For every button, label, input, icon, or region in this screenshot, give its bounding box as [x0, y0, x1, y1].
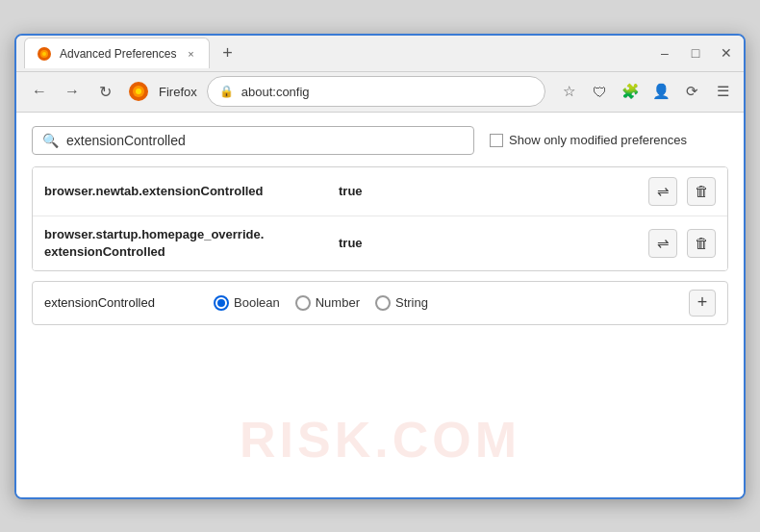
- search-icon: 🔍: [42, 133, 59, 148]
- table-row[interactable]: browser.startup.homepage_override. exten…: [33, 216, 727, 270]
- profile-icon[interactable]: 👤: [649, 80, 672, 103]
- add-pref-button[interactable]: +: [689, 290, 716, 317]
- type-options: Boolean Number String: [214, 295, 428, 311]
- nav-icons-group: ☆ 🛡 🧩 👤 ⟳ ☰: [557, 80, 734, 103]
- firefox-logo-icon: [128, 81, 149, 102]
- pref-name-1: browser.newtab.extensionControlled: [44, 184, 333, 198]
- pref-value-1: true: [339, 184, 363, 198]
- title-bar: Advanced Preferences × + – □ ✕: [16, 36, 744, 72]
- type-string-label: String: [395, 295, 428, 310]
- address-bar[interactable]: 🔒 about:config: [207, 76, 545, 107]
- browser-window: Advanced Preferences × + – □ ✕ ← → ↻ Fir…: [14, 34, 746, 499]
- radio-boolean-icon: [214, 295, 229, 311]
- window-controls: – □ ✕: [655, 43, 736, 63]
- svg-point-2: [42, 52, 46, 56]
- tab-favicon: [37, 46, 52, 62]
- delete-button-1[interactable]: 🗑: [687, 177, 716, 206]
- shield-icon[interactable]: 🛡: [588, 80, 611, 103]
- tab-title: Advanced Preferences: [60, 47, 176, 61]
- swap-button-2[interactable]: ⇌: [648, 229, 677, 258]
- nav-bar: ← → ↻ Firefox 🔒 about:config ☆ 🛡 🧩 👤 ⟳ ☰: [16, 72, 744, 113]
- new-pref-row: extensionControlled Boolean Number Strin…: [32, 281, 728, 325]
- extension-icon[interactable]: 🧩: [619, 80, 642, 103]
- type-boolean-label: Boolean: [234, 295, 280, 310]
- maximize-button[interactable]: □: [686, 43, 705, 63]
- show-modified-label[interactable]: Show only modified preferences: [490, 133, 687, 147]
- watermark: RISK.COM: [240, 411, 520, 469]
- search-input[interactable]: [66, 133, 464, 148]
- refresh-button[interactable]: ↻: [91, 78, 118, 105]
- new-pref-name: extensionControlled: [44, 295, 198, 310]
- svg-point-5: [136, 89, 141, 94]
- delete-button-2[interactable]: 🗑: [687, 229, 716, 258]
- type-boolean[interactable]: Boolean: [214, 295, 280, 311]
- search-row: 🔍 Show only modified preferences: [32, 126, 728, 155]
- show-modified-text: Show only modified preferences: [509, 133, 687, 147]
- url-text: about:config: [241, 85, 310, 99]
- lock-icon: 🔒: [219, 85, 234, 98]
- back-button[interactable]: ←: [26, 78, 53, 105]
- browser-name: Firefox: [159, 85, 197, 99]
- pref-value-2: true: [339, 236, 363, 250]
- new-tab-button[interactable]: +: [214, 39, 241, 66]
- tab-close-button[interactable]: ×: [184, 47, 197, 61]
- table-row[interactable]: browser.newtab.extensionControlled true …: [33, 167, 727, 216]
- row-actions-2: ⇌ 🗑: [648, 229, 716, 258]
- pref-name-2: browser.startup.homepage_override. exten…: [44, 226, 333, 261]
- show-modified-checkbox[interactable]: [490, 134, 503, 147]
- menu-icon[interactable]: ☰: [711, 80, 734, 103]
- page-content: RISK.COM 🔍 Show only modified preference…: [16, 113, 744, 497]
- forward-button[interactable]: →: [59, 78, 86, 105]
- window-close-button[interactable]: ✕: [717, 43, 736, 63]
- sync-icon[interactable]: ⟳: [680, 80, 703, 103]
- row-actions-1: ⇌ 🗑: [648, 177, 716, 206]
- type-number[interactable]: Number: [295, 295, 360, 311]
- results-table: browser.newtab.extensionControlled true …: [32, 166, 728, 271]
- minimize-button[interactable]: –: [655, 43, 674, 63]
- browser-tab[interactable]: Advanced Preferences ×: [24, 38, 210, 68]
- swap-button-1[interactable]: ⇌: [648, 177, 677, 206]
- radio-number-icon: [295, 295, 311, 311]
- bookmark-icon[interactable]: ☆: [557, 80, 580, 103]
- search-box[interactable]: 🔍: [32, 126, 474, 155]
- type-string[interactable]: String: [375, 295, 428, 311]
- type-number-label: Number: [316, 295, 360, 310]
- radio-string-icon: [375, 295, 391, 311]
